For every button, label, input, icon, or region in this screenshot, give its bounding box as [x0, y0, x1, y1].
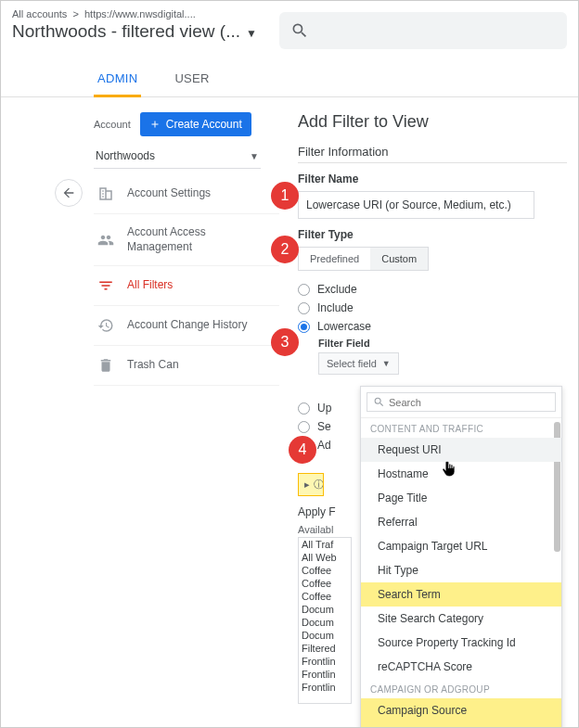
account-label: Account: [94, 119, 131, 130]
dropdown-group-label: CONTENT AND TRAFFIC: [361, 418, 561, 438]
dropdown-item[interactable]: Page Title: [361, 486, 561, 510]
people-icon: [97, 232, 114, 249]
nav-label: Account Change History: [127, 318, 247, 333]
filter-type-label: Filter Type: [298, 228, 567, 241]
radio-label: Lowercase: [317, 320, 371, 333]
filter-icon: [97, 277, 114, 294]
list-item[interactable]: Coffee: [299, 590, 351, 603]
radio-label: Include: [317, 301, 354, 314]
search-icon: [373, 396, 385, 408]
dropdown-search[interactable]: [367, 392, 556, 412]
list-item[interactable]: All Web: [299, 551, 351, 564]
filter-name-label: Filter Name: [298, 172, 567, 185]
dropdown-item[interactable]: Referral: [361, 510, 561, 534]
list-item[interactable]: Docum: [299, 629, 351, 642]
radio-label: Se: [317, 420, 331, 433]
cursor-pointer-icon: [440, 460, 458, 482]
dropdown-item[interactable]: Hit Type: [361, 558, 561, 582]
filter-field-dropdown: CONTENT AND TRAFFIC Request URIHostnameP…: [360, 386, 562, 728]
breadcrumb[interactable]: All accounts > https://www.nwsdigital...…: [12, 8, 264, 19]
tab-user[interactable]: USER: [171, 62, 212, 96]
nav-account-settings[interactable]: Account Settings: [94, 174, 279, 214]
list-item[interactable]: Frontlin: [299, 655, 351, 668]
filter-name-input[interactable]: [298, 191, 534, 219]
arrow-left-icon: [61, 185, 76, 200]
dropdown-item[interactable]: Request URI: [361, 438, 561, 462]
back-button[interactable]: [55, 179, 83, 207]
filter-field-label: Filter Field: [318, 338, 567, 349]
breadcrumb-root[interactable]: All accounts: [12, 8, 67, 19]
history-icon: [97, 317, 114, 334]
radio-include[interactable]: Include: [298, 299, 567, 317]
caret-down-icon: ▼: [382, 359, 391, 368]
search-input[interactable]: [279, 12, 567, 49]
list-item[interactable]: Frontlin: [299, 681, 351, 694]
breadcrumb-url[interactable]: https://www.nwsdigital....: [84, 8, 196, 19]
select-field-label: Select field: [327, 358, 377, 369]
help-banner[interactable]: ▸ ⓘ F: [298, 473, 324, 496]
nav-account-access[interactable]: Account Access Management: [94, 214, 279, 266]
callout-badge-2: 2: [271, 236, 299, 263]
nav-label: Account Settings: [127, 186, 211, 201]
create-account-label: Create Account: [166, 118, 242, 131]
nav-label: Trash Can: [127, 358, 179, 373]
list-item[interactable]: Filtered: [299, 642, 351, 655]
nav-trash-can[interactable]: Trash Can: [94, 346, 279, 386]
type-predefined[interactable]: Predefined: [299, 248, 370, 270]
dropdown-item[interactable]: reCAPTCHA Score: [361, 655, 561, 679]
radio-label: Up: [317, 402, 331, 415]
radio-exclude[interactable]: Exclude: [298, 280, 567, 299]
nav-all-filters[interactable]: All Filters: [94, 266, 279, 306]
dropdown-item[interactable]: Campaign Target URL: [361, 534, 561, 558]
dropdown-item[interactable]: Campaign Medium: [361, 722, 561, 728]
radio-label: Ad: [317, 439, 331, 452]
list-item[interactable]: Coffee: [299, 577, 351, 590]
search-icon: [290, 21, 309, 40]
tab-admin[interactable]: ADMIN: [94, 62, 141, 97]
list-item[interactable]: Frontlin: [299, 668, 351, 681]
plus-icon: [149, 119, 161, 130]
nav-change-history[interactable]: Account Change History: [94, 306, 279, 346]
chevron-right-icon: ▸: [304, 479, 310, 491]
dropdown-group-label: CAMPAIGN OR ADGROUP: [361, 679, 561, 698]
nav-label: Account Access Management: [127, 225, 206, 254]
page-title: Add Filter to View: [298, 112, 567, 132]
list-item[interactable]: Coffee: [299, 564, 351, 577]
type-custom[interactable]: Custom: [370, 248, 428, 270]
dropdown-item[interactable]: Campaign Source: [361, 698, 561, 722]
callout-badge-4: 4: [289, 436, 316, 464]
callout-badge-1: 1: [271, 182, 299, 210]
select-field-dropdown[interactable]: Select field ▼: [318, 352, 399, 375]
available-views-list[interactable]: All TrafAll WebCoffeeCoffeeCoffeeDocumDo…: [298, 537, 352, 704]
nav-label: All Filters: [127, 278, 173, 293]
view-title-text: Northwoods - filtered view (...: [12, 21, 240, 42]
dropdown-item[interactable]: Search Term: [361, 582, 561, 607]
view-picker[interactable]: Northwoods - filtered view (... ▼: [12, 21, 264, 42]
dropdown-item[interactable]: Hostname: [361, 462, 561, 486]
dropdown-item[interactable]: Site Search Category: [361, 607, 561, 631]
radio-label: Exclude: [317, 283, 357, 296]
account-selector[interactable]: Northwoods ▼: [94, 146, 261, 169]
section-filter-info: Filter Information: [298, 145, 567, 163]
list-item[interactable]: Docum: [299, 616, 351, 629]
create-account-button[interactable]: Create Account: [140, 112, 251, 136]
radio-lowercase[interactable]: Lowercase: [298, 317, 567, 336]
building-icon: [97, 185, 114, 202]
chevron-down-icon: ▼: [246, 23, 257, 40]
help-icon: ⓘ: [314, 478, 324, 492]
account-selected: Northwoods: [96, 149, 155, 162]
trash-icon: [97, 357, 114, 374]
chevron-down-icon: ▼: [250, 151, 259, 161]
callout-badge-3: 3: [271, 328, 299, 356]
dropdown-search-input[interactable]: [389, 397, 549, 408]
list-item[interactable]: Docum: [299, 603, 351, 616]
dropdown-item[interactable]: Source Property Tracking Id: [361, 631, 561, 655]
list-item[interactable]: All Traf: [299, 538, 351, 551]
